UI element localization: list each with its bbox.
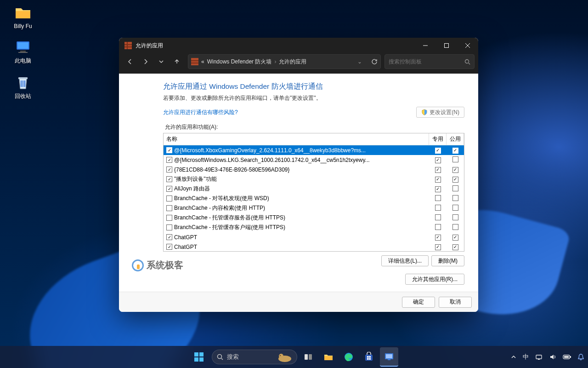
list-item[interactable]: BranchCache - 托管缓存服务器(使用 HTTPS) [164,213,464,223]
app-name: {78E1CD88-49E3-476E-B926-580E596AD309} [174,167,290,173]
search-box[interactable] [384,54,475,69]
close-button[interactable] [457,38,478,53]
volume-icon[interactable] [549,353,556,361]
desktop-icon-recycle-bin[interactable]: 回收站 [6,73,40,100]
list-item[interactable]: BranchCache - 对等机发现(使用 WSD) [164,194,464,203]
private-checkbox[interactable] [435,148,441,154]
minimize-button[interactable] [415,38,436,53]
svg-point-17 [465,59,469,63]
public-checkbox[interactable] [452,148,458,154]
task-view-button[interactable] [299,348,317,366]
private-checkbox[interactable] [435,195,441,201]
taskbar-search[interactable]: 搜索 [212,350,297,364]
public-checkbox[interactable] [452,235,458,241]
folder-icon [14,4,32,22]
list-body[interactable]: @{Microsoft.XboxGamingOverlay_2.624.1111… [164,145,464,251]
private-checkbox[interactable] [435,235,441,241]
public-checkbox[interactable] [452,224,458,230]
battery-icon[interactable] [563,354,571,360]
file-explorer-button[interactable] [319,348,338,366]
list-item[interactable]: AllJoyn 路由器 [164,184,464,194]
search-input[interactable] [389,58,464,65]
public-checkbox[interactable] [452,214,458,220]
list-item[interactable]: {78E1CD88-49E3-476E-B926-580E596AD309} [164,165,464,174]
ime-indicator[interactable]: 中 [523,353,529,361]
change-settings-button[interactable]: 更改设置(N) [416,107,464,118]
details-button[interactable]: 详细信息(L)... [381,255,429,266]
enable-checkbox[interactable] [166,224,172,230]
enable-checkbox[interactable] [166,157,172,163]
risk-link[interactable]: 允许应用进行通信有哪些风险? [163,109,238,116]
desktop-icon-this-pc[interactable]: 此电脑 [6,38,40,65]
list-label: 允许的应用和功能(A): [165,123,464,131]
private-checkbox[interactable] [435,177,441,183]
allow-other-app-button[interactable]: 允许其他应用(R)... [405,274,464,285]
desktop-icon-folder[interactable]: Billy Fu [6,4,40,29]
private-checkbox[interactable] [435,167,441,173]
private-checkbox[interactable] [435,205,441,211]
notifications-icon[interactable] [577,353,584,361]
enable-checkbox[interactable] [166,215,172,221]
up-button[interactable] [170,54,184,69]
enable-checkbox[interactable] [166,234,172,240]
back-button[interactable] [123,54,137,69]
list-item[interactable]: ChatGPT [164,232,464,242]
public-checkbox[interactable] [452,185,458,191]
app-name: @{MicrosoftWindows.LKG.Search_1000.26100… [174,157,370,163]
svg-rect-2 [17,42,28,49]
app-name: @{Microsoft.XboxGamingOverlay_2.624.1111… [174,147,366,154]
store-button[interactable] [360,348,378,366]
enable-checkbox[interactable] [166,205,172,211]
column-private[interactable]: 专用 [429,133,447,145]
private-checkbox[interactable] [435,244,441,250]
network-icon[interactable] [535,353,543,361]
column-public[interactable]: 公用 [447,133,464,145]
svg-rect-11 [445,44,449,48]
maximize-button[interactable] [436,38,457,53]
edge-button[interactable] [339,348,358,366]
public-checkbox[interactable] [452,156,458,162]
list-item[interactable]: BranchCache - 内容检索(使用 HTTP) [164,203,464,213]
start-button[interactable] [190,348,208,366]
cancel-button[interactable]: 取消 [439,297,472,308]
public-checkbox[interactable] [452,195,458,201]
private-checkbox[interactable] [435,214,441,220]
forward-button[interactable] [138,54,153,69]
enable-checkbox[interactable] [166,186,172,192]
refresh-icon[interactable] [371,58,378,65]
ok-button[interactable]: 确定 [402,297,435,308]
list-item[interactable]: @{MicrosoftWindows.LKG.Search_1000.26100… [164,155,464,165]
list-item[interactable]: BranchCache - 托管缓存客户端(使用 HTTPS) [164,223,464,232]
list-item[interactable]: "播放到设备"功能 [164,174,464,184]
public-checkbox[interactable] [452,167,458,173]
enable-checkbox[interactable] [166,167,172,172]
private-checkbox[interactable] [435,157,441,163]
app-name: ChatGPT [174,244,197,250]
svg-point-27 [280,355,281,356]
column-name[interactable]: 名称 [164,133,429,145]
breadcrumb-item[interactable]: Windows Defender 防火墙 [207,58,272,66]
private-checkbox[interactable] [435,224,441,230]
enable-checkbox[interactable] [166,147,172,153]
enable-checkbox[interactable] [166,244,172,250]
svg-rect-38 [386,354,392,358]
enable-checkbox[interactable] [166,196,172,201]
public-checkbox[interactable] [452,244,458,250]
list-item[interactable]: ChatGPT [164,242,464,251]
svg-rect-22 [199,357,204,362]
public-checkbox[interactable] [452,177,458,183]
control-panel-taskbar-button[interactable] [380,347,398,367]
breadcrumb-item[interactable]: 允许的应用 [279,58,306,66]
enable-checkbox[interactable] [166,176,172,182]
tray-overflow-button[interactable] [511,354,516,360]
chevron-down-icon[interactable]: ⌄ [357,58,362,65]
svg-rect-41 [538,359,540,360]
delete-button[interactable]: 删除(M) [431,255,464,266]
public-checkbox[interactable] [452,205,458,211]
address-bar[interactable]: « Windows Defender 防火墙 › 允许的应用 ⌄ [188,54,381,69]
list-item[interactable]: @{Microsoft.XboxGamingOverlay_2.624.1111… [164,145,464,155]
svg-rect-8 [124,46,132,47]
private-checkbox[interactable] [435,186,441,192]
titlebar[interactable]: 允许的应用 [119,38,478,53]
recent-button[interactable] [154,54,169,69]
